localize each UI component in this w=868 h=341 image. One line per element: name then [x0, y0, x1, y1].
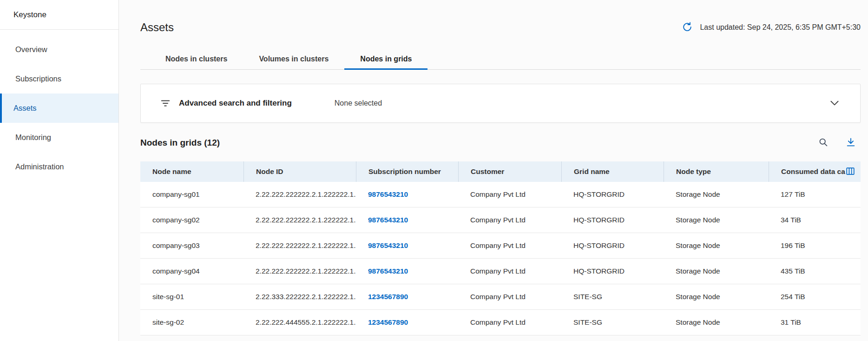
table-body: company-sg01 2.22.222.222222.2.1.222222.… — [140, 182, 861, 335]
column-header-node-id: Node ID — [243, 161, 356, 182]
download-button[interactable] — [845, 136, 857, 150]
table-row: company-sg02 2.22.222.222222.2.1.222222.… — [140, 207, 861, 233]
header-right: Last updated: Sep 24, 2025, 6:35 PM GMT+… — [681, 21, 861, 34]
cell-node-type: Storage Node — [664, 284, 769, 309]
column-header-subscription-number: Subscription number — [356, 161, 458, 182]
filter-icon — [160, 98, 171, 108]
page-header: Assets Last updated: Sep 24, 2025, 6:35 … — [140, 20, 861, 34]
cell-node-type: Storage Node — [664, 182, 769, 207]
column-header-node-name: Node name — [140, 161, 243, 182]
column-header-label: Consumed data ca — [781, 167, 845, 176]
table-row: company-sg01 2.22.222.222222.2.1.222222.… — [140, 182, 861, 207]
sidebar-item-administration[interactable]: Administration — [0, 152, 118, 181]
cell-node-name: company-sg02 — [140, 207, 243, 233]
subscription-link[interactable]: 9876543210 — [368, 241, 408, 250]
cell-grid-name: SITE-SG — [561, 310, 664, 335]
refresh-button[interactable] — [681, 21, 693, 34]
sidebar-item-overview[interactable]: Overview — [0, 35, 118, 64]
main-content: Assets Last updated: Sep 24, 2025, 6:35 … — [119, 0, 868, 341]
table-section-header: Nodes in grids (12) — [140, 136, 861, 150]
refresh-icon — [682, 22, 692, 33]
sidebar-item-monitoring[interactable]: Monitoring — [0, 123, 118, 152]
app-title: Keystone — [0, 0, 118, 30]
cell-customer: Company Pvt Ltd — [458, 259, 561, 284]
table-header-row: Node name Node ID Subscription number Cu… — [140, 161, 861, 182]
cell-node-id: 2.22.222.222222.2.1.222222.1.1.1.3 — [243, 233, 356, 258]
column-header-grid-name: Grid name — [561, 161, 664, 182]
cell-grid-name: HQ-STORGRID — [561, 207, 664, 233]
tab-bar: Nodes in clusters Volumes in clusters No… — [140, 49, 861, 70]
sidebar-item-label: Overview — [15, 45, 47, 54]
cell-subscription: 9876543210 — [356, 259, 458, 284]
advanced-search-title: Advanced search and filtering — [179, 99, 292, 108]
download-icon — [846, 137, 856, 149]
cell-customer: Company Pvt Ltd — [458, 182, 561, 207]
cell-customer: Company Pvt Ltd — [458, 207, 561, 233]
sidebar-item-assets[interactable]: Assets — [0, 94, 118, 123]
tab-label: Nodes in grids — [360, 55, 412, 63]
table-row: site-sg-01 2.22.333.222222.2.1.222222.1.… — [140, 284, 861, 310]
cell-customer: Company Pvt Ltd — [458, 233, 561, 258]
chevron-down-icon — [829, 97, 841, 110]
sidebar-item-label: Assets — [13, 104, 37, 113]
column-header-customer: Customer — [458, 161, 561, 182]
cell-node-type: Storage Node — [664, 259, 769, 284]
advanced-search-panel[interactable]: Advanced search and filtering None selec… — [140, 84, 861, 123]
table-row: company-sg03 2.22.222.222222.2.1.222222.… — [140, 233, 861, 259]
cell-consumed: 196 TiB — [769, 233, 861, 258]
tab-nodes-in-grids[interactable]: Nodes in grids — [344, 49, 427, 70]
cell-node-id: 2.22.333.222222.2.1.222222.1.1.1.1 — [243, 284, 356, 309]
cell-node-name: company-sg04 — [140, 259, 243, 284]
table-row: company-sg04 2.22.222.222222.2.1.222222.… — [140, 259, 861, 284]
cell-node-id: 2.22.222.444555.2.1.222222.1.1.1.1 — [243, 310, 356, 335]
cell-subscription: 1234567890 — [356, 284, 458, 309]
cell-node-id: 2.22.222.222222.2.1.222222.1.1.1.2 — [243, 207, 356, 233]
column-settings-button[interactable] — [845, 166, 855, 178]
table-row: site-sg-02 2.22.222.444555.2.1.222222.1.… — [140, 310, 861, 335]
cell-subscription: 9876543210 — [356, 182, 458, 207]
cell-consumed: 31 TiB — [769, 310, 861, 335]
search-button[interactable] — [817, 136, 829, 149]
subscription-link[interactable]: 9876543210 — [368, 216, 408, 224]
subscription-link[interactable]: 9876543210 — [368, 190, 408, 199]
expand-filter-button[interactable] — [828, 96, 842, 111]
tab-nodes-in-clusters[interactable]: Nodes in clusters — [150, 49, 243, 70]
cell-grid-name: SITE-SG — [561, 284, 664, 309]
tab-label: Volumes in clusters — [259, 55, 329, 63]
columns-icon — [845, 166, 855, 178]
sidebar-item-label: Subscriptions — [15, 74, 61, 83]
filter-status: None selected — [335, 99, 382, 107]
page-title: Assets — [140, 20, 174, 34]
cell-subscription: 9876543210 — [356, 207, 458, 233]
table-actions — [817, 136, 861, 150]
tab-volumes-in-clusters[interactable]: Volumes in clusters — [243, 49, 344, 70]
nodes-in-grids-table: Node name Node ID Subscription number Cu… — [140, 161, 861, 335]
subscription-link[interactable]: 9876543210 — [368, 267, 408, 275]
cell-node-type: Storage Node — [664, 310, 769, 335]
table-section-title: Nodes in grids (12) — [140, 136, 220, 150]
cell-consumed: 127 TiB — [769, 182, 861, 207]
subscription-link[interactable]: 1234567890 — [368, 293, 408, 301]
cell-grid-name: HQ-STORGRID — [561, 259, 664, 284]
cell-node-name: site-sg-02 — [140, 310, 243, 335]
cell-customer: Company Pvt Ltd — [458, 310, 561, 335]
cell-node-id: 2.22.222.222222.2.1.222222.1.1.1.4 — [243, 259, 356, 284]
cell-grid-name: HQ-STORGRID — [561, 182, 664, 207]
cell-customer: Company Pvt Ltd — [458, 284, 561, 309]
search-icon — [818, 137, 828, 148]
sidebar: Keystone Overview Subscriptions Assets M… — [0, 0, 119, 341]
column-header-consumed-data: Consumed data ca — [769, 161, 861, 182]
cell-node-id: 2.22.222.222222.2.1.222222.1.1.1.1 — [243, 182, 356, 207]
sidebar-item-label: Administration — [15, 162, 64, 171]
cell-grid-name: HQ-STORGRID — [561, 233, 664, 258]
cell-consumed: 34 TiB — [769, 207, 861, 233]
sidebar-item-subscriptions[interactable]: Subscriptions — [0, 64, 118, 94]
last-updated-text: Last updated: Sep 24, 2025, 6:35 PM GMT+… — [700, 23, 861, 32]
cell-subscription: 1234567890 — [356, 310, 458, 335]
cell-consumed: 435 TiB — [769, 259, 861, 284]
column-header-node-type: Node type — [664, 161, 769, 182]
cell-consumed: 254 TiB — [769, 284, 861, 309]
subscription-link[interactable]: 1234567890 — [368, 318, 408, 327]
cell-subscription: 9876543210 — [356, 233, 458, 258]
cell-node-name: site-sg-01 — [140, 284, 243, 309]
